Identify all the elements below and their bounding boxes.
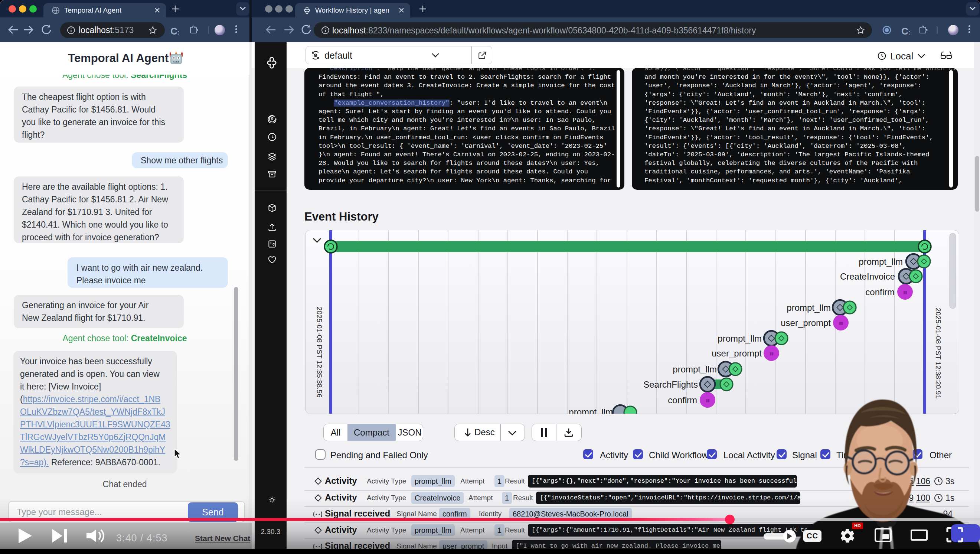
svg-text:prompt_llm: prompt_llm <box>569 407 613 414</box>
svg-text:confirm: confirm <box>865 287 895 297</box>
svg-text:prompt_llm: prompt_llm <box>859 256 903 267</box>
svg-text:▮▮: ▮▮ <box>839 321 843 325</box>
svg-text:▮▮: ▮▮ <box>706 398 710 403</box>
svg-text:prompt_llm: prompt_llm <box>787 302 831 313</box>
svg-text:▮▮: ▮▮ <box>770 351 773 356</box>
svg-text:CreateInvoice: CreateInvoice <box>840 271 895 282</box>
svg-text:SearchFlights: SearchFlights <box>643 379 698 390</box>
svg-text:prompt_llm: prompt_llm <box>718 333 762 344</box>
svg-text:prompt_llm: prompt_llm <box>673 364 717 374</box>
svg-text:confirm: confirm <box>668 395 697 405</box>
svg-text:▮▮: ▮▮ <box>903 290 907 295</box>
svg-text:user_prompt: user_prompt <box>781 318 831 328</box>
svg-text:user_prompt: user_prompt <box>712 348 762 358</box>
